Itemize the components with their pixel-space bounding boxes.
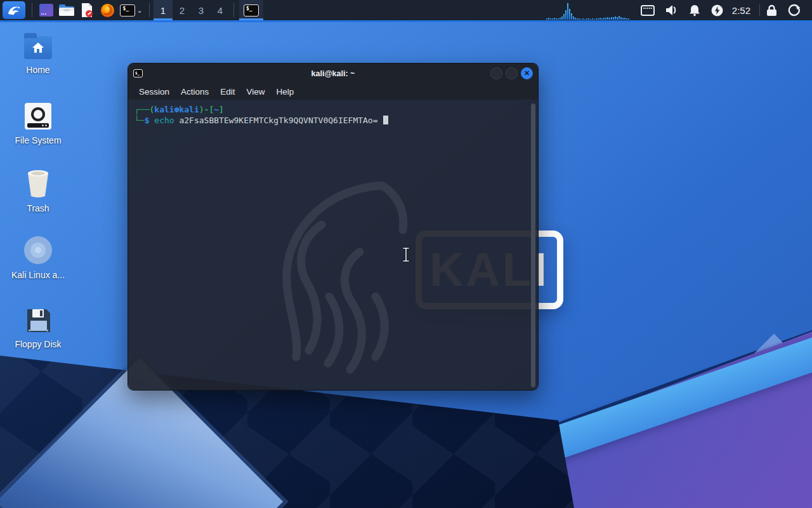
text-editor-icon <box>79 3 95 18</box>
cpu-graph-bar <box>586 18 587 20</box>
panel-separator <box>32 3 32 17</box>
cpu-graph-bar <box>582 18 584 20</box>
cpu-graph-bar <box>577 18 578 20</box>
maximize-button[interactable] <box>506 67 518 79</box>
hard-drive-icon <box>25 103 51 130</box>
terminal-window-icon: $_ <box>244 4 259 17</box>
menu-view[interactable]: View <box>241 85 271 98</box>
prompt-line-2: └─$ echo a2FsaSBBTEw9KEFMTCkgTk9QQVNTV0Q… <box>134 115 532 126</box>
cpu-graph-bar <box>594 19 595 20</box>
cpu-graph-bar <box>603 18 605 20</box>
cpu-graph-bar <box>615 17 616 20</box>
workspace-1[interactable]: 1 <box>154 0 173 20</box>
desktop-icon-trash[interactable]: Trash <box>6 168 70 213</box>
workspace-3[interactable]: 3 <box>192 0 211 20</box>
cpu-graph-bar <box>546 18 547 20</box>
workspace-2[interactable]: 2 <box>173 0 192 20</box>
mouse-cursor-ibeam <box>401 246 411 263</box>
clipboard-manager-icon[interactable] <box>641 5 655 16</box>
house-icon <box>32 42 44 53</box>
cpu-graph-bar <box>575 18 576 20</box>
desktop-icon-label: File System <box>15 135 61 145</box>
command-argument: a2FsaSBBTEw9KEFMTCkgTk9QQVNTV0Q6IEFMTAo= <box>179 116 377 125</box>
terminal-cursor <box>383 116 388 124</box>
menu-edit[interactable]: Edit <box>214 85 240 98</box>
cpu-graph-bar <box>620 17 622 20</box>
cpu-graph-bar <box>565 10 566 20</box>
power-manager-icon[interactable] <box>711 4 723 17</box>
cpu-graph-bar <box>548 18 549 20</box>
launcher-app-window[interactable] <box>36 0 56 20</box>
logout-icon[interactable] <box>788 4 801 17</box>
launcher-file-manager[interactable] <box>56 0 77 20</box>
cpu-graph[interactable] <box>546 1 629 20</box>
cpu-graph-bar <box>579 18 580 20</box>
cpu-graph-bar <box>573 17 574 20</box>
cpu-graph-bar <box>617 17 618 20</box>
menu-session[interactable]: Session <box>133 85 175 98</box>
terminal-launcher-icon: $_ <box>120 4 135 17</box>
clock[interactable]: 2:52 <box>732 5 750 16</box>
panel-separator <box>233 3 234 17</box>
desktop-icon-file-system[interactable]: File System <box>6 103 70 145</box>
terminal-titlebar[interactable]: $_ kali@kali: ~ ✕ <box>128 64 538 83</box>
desktop-icon-label: Home <box>26 65 49 75</box>
terminal-content[interactable]: ┌──(kali⊛kali)-[~] └─$ echo a2FsaSBBTEw9… <box>128 100 538 391</box>
volume-icon[interactable] <box>665 4 678 16</box>
cpu-graph-bar <box>592 18 593 20</box>
cpu-graph-bar <box>598 18 599 20</box>
desktop-icon-home[interactable]: Home <box>6 36 70 75</box>
cpu-graph-bar <box>611 17 612 20</box>
cpu-graph-bar <box>607 17 608 20</box>
desktop-icon-label: Trash <box>27 203 49 213</box>
panel-separator <box>149 3 150 17</box>
cpu-graph-bar <box>580 19 582 20</box>
cpu-graph-bar <box>626 18 627 20</box>
menu-actions[interactable]: Actions <box>175 85 214 98</box>
cpu-graph-bar <box>560 18 561 20</box>
app-window-icon <box>39 3 54 17</box>
desktop-icon-label: Floppy Disk <box>15 339 61 349</box>
prompt-line-1: ┌──(kali⊛kali)-[~] <box>134 104 532 115</box>
desktop-icon-label: Kali Linux a... <box>11 270 65 280</box>
lock-icon[interactable] <box>766 4 777 17</box>
command-text: echo <box>154 116 174 125</box>
cpu-graph-bar <box>590 19 591 20</box>
cpu-graph-bar <box>569 9 570 20</box>
desktop-icon-kali-cd[interactable]: Kali Linux a... <box>6 236 70 280</box>
taskbar-window-button-terminal[interactable]: $_ <box>239 0 263 20</box>
firefox-icon <box>100 3 115 18</box>
cpu-graph-bar <box>628 18 629 20</box>
top-panel: $_ ⌄ 1 2 3 4 $_ <box>0 0 812 22</box>
cpu-graph-bar <box>561 17 563 20</box>
drive-bar <box>27 123 49 128</box>
cpu-graph-bar <box>588 18 589 20</box>
cpu-graph-bar <box>601 18 603 20</box>
menu-help[interactable]: Help <box>271 85 300 98</box>
desktop-icon-floppy[interactable]: Floppy Disk <box>6 307 70 349</box>
workspace-4[interactable]: 4 <box>211 0 230 20</box>
trash-can-icon <box>24 168 52 197</box>
cpu-graph-bar <box>619 16 620 20</box>
kali-menu-button[interactable] <box>3 1 25 19</box>
cpu-graph-bar <box>605 18 606 20</box>
terminal-scrollbar[interactable] <box>531 104 535 387</box>
launcher-text-editor[interactable] <box>77 0 97 20</box>
chevron-down-icon[interactable]: ⌄ <box>136 6 142 15</box>
window-title: kali@kali: ~ <box>128 69 538 78</box>
launcher-firefox[interactable] <box>97 0 117 20</box>
terminal-menubar: Session Actions Edit View Help <box>128 83 538 100</box>
cpu-graph-bar <box>556 18 557 20</box>
cpu-graph-bar <box>622 18 624 20</box>
minimize-button[interactable] <box>490 67 502 79</box>
cpu-graph-bar <box>584 19 586 20</box>
notification-bell-icon[interactable] <box>689 4 700 17</box>
close-button[interactable]: ✕ <box>521 67 533 79</box>
cpu-graph-bar <box>596 18 597 20</box>
kali-dragon-watermark <box>233 166 442 382</box>
cpu-graph-bar <box>550 18 551 20</box>
launcher-terminal[interactable]: $_ ⌄ <box>117 0 145 20</box>
cpu-graph-bar <box>552 18 553 20</box>
cpu-graph-bar <box>571 13 572 20</box>
panel-separator <box>759 4 760 16</box>
